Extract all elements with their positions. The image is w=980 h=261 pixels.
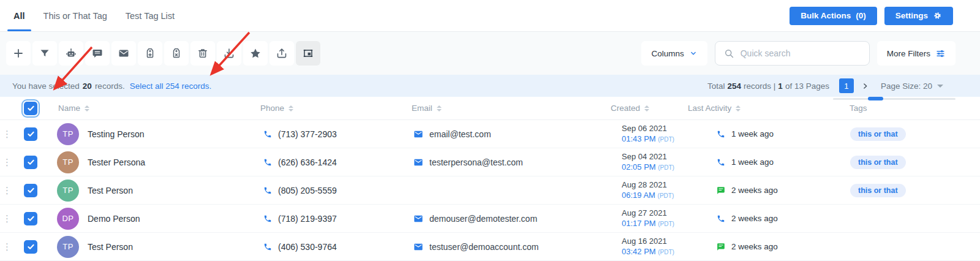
horizontal-scrollbar-thumb[interactable] <box>868 97 883 100</box>
trash-icon <box>197 47 209 59</box>
created-timezone: (PDT) <box>658 221 674 227</box>
row-menu-button[interactable]: ⋮ <box>0 157 15 167</box>
remove-tag-button[interactable] <box>164 41 189 66</box>
name-cell: TP Tester Persona <box>47 151 251 173</box>
contact-name[interactable]: Testing Person <box>88 129 145 139</box>
row-menu-button[interactable]: ⋮ <box>0 186 15 195</box>
columns-dropdown[interactable]: Columns <box>641 41 707 66</box>
tag-pill[interactable]: this or that <box>850 184 906 197</box>
phone-cell: (805) 205-5559 <box>251 186 404 195</box>
email-address[interactable]: email@test.com <box>429 129 491 139</box>
row-menu-button[interactable]: ⋮ <box>0 129 15 138</box>
next-page-button[interactable] <box>860 78 871 93</box>
phone-number[interactable]: (406) 530-9764 <box>278 242 337 252</box>
tab-test-tag-list[interactable]: Test Tag List <box>124 0 176 31</box>
column-header-last-activity[interactable]: Last Activity <box>680 104 802 113</box>
settings-button[interactable]: Settings <box>884 7 953 25</box>
table-body: ⋮ TP Testing Person (713) 377-2903 em <box>0 120 980 261</box>
phone-number[interactable]: (718) 219-9397 <box>278 214 337 224</box>
column-header-name[interactable]: Name <box>47 104 251 113</box>
row-checkbox[interactable] <box>24 212 37 225</box>
envelope-icon <box>118 47 130 59</box>
chevron-right-icon <box>862 83 869 89</box>
select-all-link[interactable]: Select all 254 records. <box>130 81 212 91</box>
table-row[interactable]: ⋮ TP Tester Persona (626) 636-1424 te <box>0 148 980 176</box>
created-cell: Sep 06 2021 01:43 PM (PDT) <box>585 123 680 145</box>
created-cell: Aug 28 2021 06:19 AM (PDT) <box>585 180 680 201</box>
sliders-icon <box>935 48 946 59</box>
contact-name[interactable]: Test Person <box>88 242 133 252</box>
gear-icon <box>933 11 942 20</box>
last-activity-cell: 2 weeks ago <box>680 186 802 195</box>
total-value: 254 <box>728 81 742 91</box>
add-record-button[interactable] <box>6 41 31 66</box>
chat-icon <box>717 186 725 195</box>
column-header-created[interactable]: Created <box>585 104 680 113</box>
quick-search-input[interactable] <box>741 48 861 58</box>
filter-button[interactable] <box>32 41 57 66</box>
tags-cell: this or that <box>802 156 980 169</box>
tags-cell: this or that <box>802 184 980 197</box>
row-checkbox[interactable] <box>24 127 37 141</box>
email-button[interactable] <box>111 41 136 66</box>
phone-cell: (718) 219-9397 <box>251 214 404 224</box>
row-checkbox[interactable] <box>24 156 37 169</box>
add-tag-button[interactable] <box>138 41 162 66</box>
column-header-phone[interactable]: Phone <box>251 104 404 113</box>
sort-icon <box>437 105 442 112</box>
phone-number[interactable]: (626) 636-1424 <box>278 157 337 167</box>
settings-label: Settings <box>895 11 928 20</box>
row-checkbox-cell <box>15 184 47 197</box>
tag-add-icon <box>144 47 156 59</box>
row-checkbox[interactable] <box>24 240 37 254</box>
check-icon <box>27 214 35 222</box>
phone-number[interactable]: (805) 205-5559 <box>278 186 337 195</box>
bot-button[interactable] <box>59 41 83 66</box>
tab-all[interactable]: All <box>12 0 26 31</box>
row-menu-button[interactable]: ⋮ <box>0 242 15 251</box>
last-activity-text: 2 weeks ago <box>731 214 778 223</box>
contact-name[interactable]: Tester Persona <box>88 157 145 167</box>
table-row[interactable]: ⋮ TP Test Person (406) 530-9764 testu <box>0 233 980 261</box>
export-button[interactable] <box>270 41 294 66</box>
email-address[interactable]: demouser@demotester.com <box>429 214 537 224</box>
envelope-icon <box>413 129 423 139</box>
contact-name[interactable]: Demo Person <box>88 214 140 224</box>
check-icon <box>27 243 35 251</box>
total-label: Total <box>707 81 725 91</box>
image-tool-button[interactable] <box>296 41 320 66</box>
email-address[interactable]: testuser@demoaccount.com <box>429 242 538 252</box>
table-row[interactable]: ⋮ TP Testing Person (713) 377-2903 em <box>0 120 980 148</box>
created-timezone: (PDT) <box>658 249 674 255</box>
message-button[interactable] <box>85 41 110 66</box>
more-filters-button[interactable]: More Filters <box>877 41 956 66</box>
row-checkbox-cell <box>15 156 47 169</box>
top-actions: Bulk Actions (0) Settings <box>790 7 953 25</box>
phone-cell: (406) 530-9764 <box>251 242 404 252</box>
row-checkbox-cell <box>15 127 47 141</box>
page-size-dropdown[interactable]: Page Size: 20 <box>881 81 943 91</box>
table-row[interactable]: ⋮ TP Test Person (805) 205-5559 <box>0 176 980 205</box>
tag-pill[interactable]: this or that <box>850 127 906 141</box>
last-activity-cell: 1 week ago <box>680 129 802 138</box>
phone-number[interactable]: (713) 377-2903 <box>278 129 337 139</box>
row-checkbox[interactable] <box>24 184 37 197</box>
created-column-label: Created <box>611 104 640 113</box>
page-1-button[interactable]: 1 <box>839 78 854 93</box>
delete-button[interactable] <box>190 41 215 66</box>
name-cell: TP Test Person <box>47 236 251 258</box>
tag-pill[interactable]: this or that <box>850 156 906 169</box>
last-activity-text: 2 weeks ago <box>731 186 778 195</box>
select-all-checkbox[interactable] <box>24 102 37 115</box>
contact-name[interactable]: Test Person <box>88 186 133 195</box>
bulk-actions-button[interactable]: Bulk Actions (0) <box>790 7 877 25</box>
table-row[interactable]: ⋮ DP Demo Person (718) 219-9397 demou <box>0 205 980 233</box>
email-address[interactable]: testerpersona@test.com <box>429 157 523 167</box>
phone-icon <box>263 158 272 167</box>
row-menu-button[interactable]: ⋮ <box>0 214 15 223</box>
favorite-button[interactable] <box>243 41 268 66</box>
import-button[interactable] <box>217 41 241 66</box>
selection-prefix: You have selected <box>12 81 80 91</box>
tab-this-or-that-tag[interactable]: This or That Tag <box>42 0 108 31</box>
column-header-email[interactable]: Email <box>404 104 585 113</box>
